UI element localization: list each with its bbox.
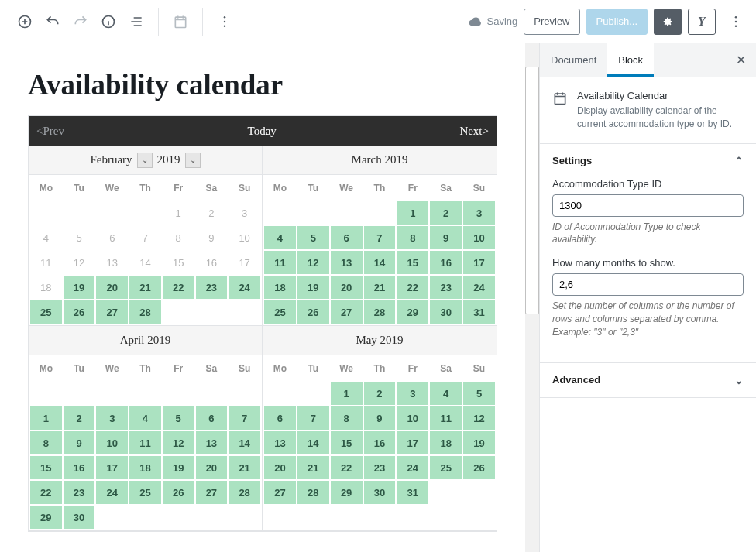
- day-cell[interactable]: 8: [331, 406, 363, 430]
- day-cell[interactable]: 19: [297, 276, 329, 299]
- day-cell[interactable]: 28: [129, 300, 161, 324]
- day-cell[interactable]: 13: [96, 251, 128, 274]
- yoast-button[interactable]: Y: [688, 9, 716, 35]
- day-cell[interactable]: 27: [96, 300, 128, 324]
- day-cell[interactable]: 27: [196, 481, 228, 504]
- publish-button[interactable]: Publish...: [586, 9, 648, 35]
- day-cell[interactable]: 7: [297, 406, 329, 430]
- day-cell[interactable]: 2: [64, 406, 95, 430]
- day-cell[interactable]: 1: [397, 201, 428, 225]
- day-cell[interactable]: 17: [96, 456, 128, 479]
- day-cell[interactable]: 2: [430, 201, 462, 225]
- day-cell[interactable]: 10: [397, 406, 428, 430]
- day-cell[interactable]: 21: [129, 276, 161, 299]
- day-cell[interactable]: 6: [96, 226, 128, 249]
- page-title[interactable]: Availability calendar: [28, 68, 497, 101]
- day-cell[interactable]: 26: [163, 481, 194, 504]
- scroll-thumb[interactable]: [525, 67, 539, 314]
- day-cell[interactable]: 17: [397, 431, 428, 454]
- day-cell[interactable]: 13: [196, 431, 228, 454]
- day-cell[interactable]: 17: [463, 251, 495, 274]
- editor-canvas[interactable]: Availability calendar <Prev Today Next> …: [0, 43, 525, 552]
- day-cell[interactable]: 11: [264, 251, 296, 274]
- day-cell[interactable]: 9: [64, 431, 95, 454]
- day-cell[interactable]: 22: [331, 456, 363, 479]
- content-structure-button[interactable]: [94, 8, 122, 36]
- editor-more-button[interactable]: [722, 8, 750, 36]
- day-cell[interactable]: 9: [196, 226, 228, 249]
- day-cell[interactable]: 3: [463, 201, 495, 225]
- day-cell[interactable]: 24: [463, 276, 495, 299]
- day-cell[interactable]: 21: [364, 276, 396, 299]
- day-cell[interactable]: 22: [30, 481, 62, 504]
- day-cell[interactable]: 20: [264, 456, 296, 479]
- today-link[interactable]: Today: [248, 125, 277, 138]
- day-cell[interactable]: 16: [430, 251, 462, 274]
- day-cell[interactable]: 29: [30, 506, 62, 529]
- day-cell[interactable]: 21: [297, 456, 329, 479]
- day-cell[interactable]: 25: [129, 481, 161, 504]
- day-cell[interactable]: 30: [64, 506, 95, 529]
- day-cell[interactable]: 13: [264, 431, 296, 454]
- day-cell[interactable]: 8: [163, 226, 194, 249]
- block-type-icon-button[interactable]: [167, 8, 194, 36]
- day-cell[interactable]: 4: [129, 406, 161, 430]
- tab-block[interactable]: Block: [607, 43, 654, 77]
- day-cell[interactable]: 20: [196, 456, 228, 479]
- day-cell[interactable]: 29: [397, 300, 428, 324]
- day-cell[interactable]: 4: [430, 382, 462, 405]
- day-cell[interactable]: 28: [297, 481, 329, 504]
- day-cell[interactable]: 12: [64, 251, 95, 274]
- day-cell[interactable]: 15: [30, 456, 62, 479]
- block-navigation-button[interactable]: [122, 8, 150, 36]
- chevron-down-icon[interactable]: ⌄: [185, 153, 201, 168]
- day-cell[interactable]: 19: [64, 276, 95, 299]
- day-cell[interactable]: 26: [64, 300, 95, 324]
- day-cell[interactable]: 31: [397, 481, 428, 504]
- day-cell[interactable]: 27: [331, 300, 363, 324]
- day-cell[interactable]: 2: [364, 382, 396, 405]
- day-cell[interactable]: 1: [163, 201, 194, 225]
- day-cell[interactable]: 16: [364, 431, 396, 454]
- day-cell[interactable]: 8: [397, 226, 428, 249]
- day-cell[interactable]: 25: [430, 456, 462, 479]
- day-cell[interactable]: 9: [364, 406, 396, 430]
- day-cell[interactable]: 19: [163, 456, 194, 479]
- day-cell[interactable]: 23: [196, 276, 228, 299]
- day-cell[interactable]: 12: [297, 251, 329, 274]
- day-cell[interactable]: 1: [331, 382, 363, 405]
- day-cell[interactable]: 20: [331, 276, 363, 299]
- day-cell[interactable]: 9: [430, 226, 462, 249]
- day-cell[interactable]: 5: [463, 382, 495, 405]
- preview-button[interactable]: Preview: [524, 9, 579, 35]
- day-cell[interactable]: 3: [96, 406, 128, 430]
- year-select[interactable]: 2019: [157, 153, 180, 166]
- day-cell[interactable]: 7: [129, 226, 161, 249]
- day-cell[interactable]: 3: [229, 201, 260, 225]
- day-cell[interactable]: 23: [64, 481, 95, 504]
- day-cell[interactable]: 23: [364, 456, 396, 479]
- day-cell[interactable]: 18: [264, 276, 296, 299]
- prev-link[interactable]: <Prev: [36, 125, 64, 138]
- day-cell[interactable]: 15: [397, 251, 428, 274]
- block-more-button[interactable]: [211, 8, 239, 36]
- accom-type-input[interactable]: [552, 194, 744, 217]
- day-cell[interactable]: 28: [364, 300, 396, 324]
- day-cell[interactable]: 11: [30, 251, 62, 274]
- day-cell[interactable]: 25: [30, 300, 62, 324]
- day-cell[interactable]: 4: [264, 226, 296, 249]
- day-cell[interactable]: 5: [297, 226, 329, 249]
- day-cell[interactable]: 12: [463, 406, 495, 430]
- day-cell[interactable]: 24: [229, 276, 260, 299]
- day-cell[interactable]: 7: [364, 226, 396, 249]
- day-cell[interactable]: 10: [229, 226, 260, 249]
- day-cell[interactable]: 18: [129, 456, 161, 479]
- day-cell[interactable]: 19: [463, 431, 495, 454]
- day-cell[interactable]: 17: [229, 251, 260, 274]
- day-cell[interactable]: 1: [30, 406, 62, 430]
- day-cell[interactable]: 21: [229, 456, 260, 479]
- panel-advanced-header[interactable]: Advanced ⌄: [540, 363, 756, 397]
- day-cell[interactable]: 10: [96, 431, 128, 454]
- day-cell[interactable]: 2: [196, 201, 228, 225]
- day-cell[interactable]: 24: [96, 481, 128, 504]
